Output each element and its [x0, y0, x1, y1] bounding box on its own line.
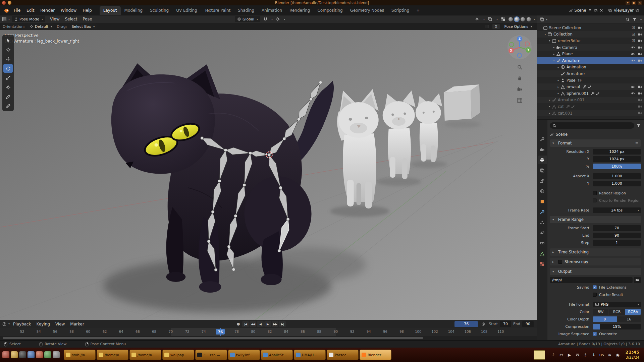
axis-negative-x[interactable]: [525, 42, 530, 46]
bone-joint[interactable]: [214, 268, 217, 271]
outliner-row-armature-001[interactable]: ▸Armature.001: [537, 97, 644, 104]
tab-shading[interactable]: Shading: [234, 6, 258, 15]
collection-checkbox[interactable]: ☑: [632, 39, 635, 43]
expand-closed-icon[interactable]: ▸: [552, 46, 556, 49]
tab-scripting[interactable]: Scripting: [388, 6, 413, 15]
viewport-menu-select[interactable]: Select: [62, 16, 80, 22]
tool-cursor[interactable]: [3, 45, 13, 54]
snapping-icon[interactable]: [262, 16, 269, 22]
tab-sculpting[interactable]: Sculpting: [146, 6, 172, 15]
overlays-toggle[interactable]: [486, 16, 494, 22]
shading-rendered-button[interactable]: [527, 17, 531, 21]
expand-open-icon[interactable]: ▾: [543, 33, 547, 36]
hide-viewport-toggle[interactable]: [631, 85, 635, 89]
editor-type-outliner-icon[interactable]: ▾: [540, 17, 547, 22]
transform-pivot-icon[interactable]: [483, 23, 490, 29]
transport-next-keyframe-button[interactable]: ▶▶: [272, 321, 278, 327]
timeline-menu-view[interactable]: View: [53, 321, 67, 327]
outliner-row-cat[interactable]: ▸cat: [537, 103, 644, 110]
proportional-editing-caret[interactable]: ▾: [284, 18, 285, 21]
compression-slider[interactable]: 15%: [593, 324, 641, 329]
timeline-menu-playback[interactable]: Playback: [10, 321, 34, 327]
properties-tab-scene[interactable]: [538, 176, 547, 185]
bone-joint[interactable]: [286, 218, 289, 221]
breadcrumb-scene[interactable]: Scene: [556, 132, 568, 137]
outliner-row-render3dfur[interactable]: ▾render3dfur☑: [537, 38, 644, 44]
menu-edit[interactable]: Edit: [23, 7, 37, 14]
launcher-icon-6[interactable]: [44, 351, 51, 358]
properties-tab-modifiers[interactable]: [538, 207, 547, 216]
outliner-row-plane[interactable]: ▸Plane: [537, 51, 644, 57]
output-path-browse-button[interactable]: [634, 277, 641, 283]
outliner-row-camera[interactable]: ▸Camera: [537, 44, 644, 51]
taskbar-window-wallpap[interactable]: wallpap...: [162, 350, 194, 360]
viewport-zoom-icon[interactable]: [516, 63, 523, 71]
expand-closed-icon[interactable]: ▸: [552, 53, 556, 56]
properties-filter-icon[interactable]: [636, 123, 641, 128]
resolution-y-field[interactable]: 1024 px: [593, 156, 641, 162]
expand-closed-icon[interactable]: ▸: [547, 105, 552, 108]
gray-box[interactable]: [444, 84, 480, 121]
properties-tab-world[interactable]: [538, 187, 547, 195]
menu-render[interactable]: Render: [37, 7, 58, 14]
disable-render-toggle[interactable]: [638, 52, 642, 56]
outliner-row-armature[interactable]: ▾Armature: [537, 57, 644, 64]
expand-closed-icon[interactable]: ▸: [547, 99, 552, 102]
render-region-checkbox[interactable]: [593, 191, 597, 195]
resolution-x-field[interactable]: 1024 px: [593, 149, 641, 155]
timeline-menu-marker[interactable]: Marker: [67, 321, 87, 327]
tab-texture-paint[interactable]: Texture Paint: [201, 6, 234, 15]
bone-joint[interactable]: [249, 152, 252, 155]
output-section-header[interactable]: ▾ Output: [550, 268, 641, 275]
bone-joint[interactable]: [268, 153, 271, 156]
orientation-dropdown[interactable]: Default ▾: [27, 23, 54, 29]
bone-joint[interactable]: [227, 245, 230, 248]
tool-select-box[interactable]: [3, 36, 13, 45]
auto-keying-icon[interactable]: [480, 321, 487, 327]
file-format-dropdown[interactable]: PNG ▾: [593, 302, 641, 307]
outliner-row-animation[interactable]: ▸Animation: [537, 64, 644, 71]
new-viewlayer-icon[interactable]: [635, 8, 639, 12]
frame-range-section-header[interactable]: ▾ Frame Range: [550, 216, 641, 223]
overwrite-checkbox[interactable]: ✓: [593, 332, 597, 336]
frame-end-prop-field[interactable]: 90: [593, 233, 641, 238]
taskbar-window-home-a[interactable]: /home/a...: [97, 350, 128, 360]
bone-joint[interactable]: [211, 210, 214, 213]
drag-dropdown[interactable]: Select Box ▾: [69, 23, 97, 29]
hide-viewport-toggle[interactable]: [631, 45, 635, 50]
expand-closed-icon[interactable]: ▸: [547, 112, 552, 115]
bone-joint[interactable]: [234, 214, 237, 217]
properties-tab-constraints[interactable]: [538, 239, 547, 247]
window-close-button[interactable]: ✕: [638, 1, 642, 5]
outliner-filter-caret[interactable]: ▾: [640, 18, 642, 21]
timeline-playhead[interactable]: 76: [220, 328, 221, 336]
bone-joint[interactable]: [232, 268, 235, 271]
launcher-icon-1[interactable]: [2, 351, 9, 358]
transport-record-button[interactable]: ●: [235, 321, 241, 327]
launcher-icon-5[interactable]: [36, 351, 43, 358]
menu-help[interactable]: Help: [79, 7, 95, 14]
menu-file[interactable]: File: [11, 7, 23, 14]
bone-joint[interactable]: [279, 186, 282, 189]
format-section-header[interactable]: ▾ Format ≡: [550, 139, 641, 147]
tray-volume-icon[interactable]: ◉: [615, 353, 620, 357]
outliner-row-sphere-001[interactable]: ▸Sphere.001: [537, 90, 644, 97]
pose-options-dropdown[interactable]: Pose Options ▾: [502, 23, 534, 29]
color-rgb-button[interactable]: RGB: [609, 309, 625, 315]
properties-tab-tool[interactable]: [538, 135, 547, 143]
taskbar-clock[interactable]: 21:45 3/22/24: [626, 350, 639, 360]
snapping-caret[interactable]: ▾: [271, 18, 273, 21]
tray-clipboard-icon[interactable]: ✂: [559, 353, 564, 357]
overlays-caret[interactable]: ▾: [496, 18, 498, 21]
hide-viewport-toggle[interactable]: [631, 58, 635, 63]
shading-wireframe-button[interactable]: [508, 17, 513, 21]
transport-jump-to-end-button[interactable]: ▶|: [279, 321, 286, 327]
outliner-row-newcat[interactable]: ▸newcat: [537, 83, 644, 90]
stereoscopy-section-header[interactable]: ▸ Stereoscopy: [550, 258, 641, 265]
tray-keyboard-layout[interactable]: us: [599, 353, 604, 357]
properties-tab-physics[interactable]: [538, 228, 547, 237]
properties-tab-view-layer[interactable]: [538, 166, 547, 175]
bone-joint[interactable]: [207, 240, 210, 243]
mode-selector[interactable]: Pose Mode ▾: [12, 16, 45, 22]
color-depth-8-button[interactable]: 8: [593, 316, 617, 322]
